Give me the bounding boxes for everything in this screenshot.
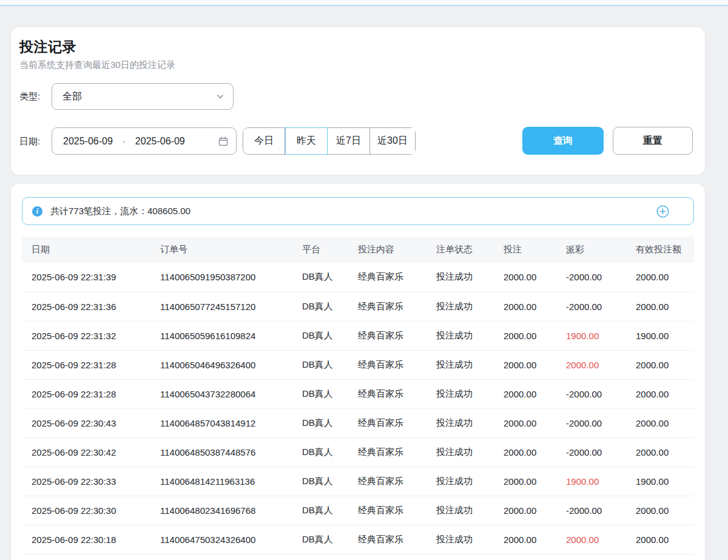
valid-cell: 2000.00 [636, 437, 694, 467]
status-cell: 投注成功 [436, 467, 504, 496]
valid-cell: 2000.00 [636, 263, 694, 292]
bet-cell: 2000.00 [504, 321, 566, 350]
content-cell: 经典百家乐 [358, 437, 436, 467]
payout-cell: -2000.00 [566, 263, 636, 292]
table-header-cell: 日期 [22, 237, 160, 263]
calendar-icon[interactable] [218, 137, 228, 146]
valid-cell: 2000.00 [636, 496, 694, 525]
date-separator: - [123, 136, 126, 146]
bet-cell: 2000.00 [504, 379, 566, 408]
valid-cell: 1900.00 [636, 321, 694, 350]
table-row: 2025-06-09 22:30:33 1140064814211963136 … [22, 467, 694, 496]
quick-range-button[interactable]: 近30日 [370, 127, 416, 155]
quick-range-button[interactable]: 近7日 [328, 127, 370, 155]
date-cell: 2025-06-09 22:30:33 [22, 467, 160, 496]
platform-cell: DB真人 [302, 350, 358, 379]
valid-cell: 2000.00 [636, 525, 694, 554]
results-panel: i 共计773笔投注，流水：408605.00 日期订单号平台投注内容注单状态投… [11, 184, 705, 560]
date-cell: 2025-06-09 22:30:42 [22, 437, 160, 467]
valid-cell: 2000.00 [636, 292, 694, 321]
platform-cell: DB真人 [302, 263, 358, 292]
order-cell: 1140065046496326400 [160, 350, 302, 379]
type-select-value: 全部 [62, 90, 216, 103]
date-cell: 2025-06-09 22:31:32 [22, 321, 160, 350]
bet-cell: 2000.00 [504, 292, 566, 321]
platform-cell: DB真人 [302, 437, 358, 467]
payout-cell: -2000.00 [566, 379, 636, 408]
summary-text: 共计773笔投注，流水：408605.00 [50, 206, 190, 217]
payout-cell: 2000.00 [566, 525, 636, 554]
quick-range-button[interactable]: 今日 [243, 127, 285, 155]
quick-range-button[interactable]: 昨天 [285, 127, 328, 155]
content-cell: 经典百家乐 [358, 263, 436, 292]
order-cell: 1140065043732280064 [160, 379, 302, 408]
date-end-value: 2025-06-09 [135, 136, 185, 147]
order-cell: 1140064850387448576 [160, 437, 302, 467]
platform-cell: DB真人 [302, 496, 358, 525]
table-header-cell: 有效投注额 [636, 237, 694, 263]
date-cell: 2025-06-09 22:31:36 [22, 292, 160, 321]
content-cell: 经典百家乐 [358, 321, 436, 350]
status-cell: 投注成功 [436, 496, 504, 525]
order-cell: 1140064814211963136 [160, 467, 302, 496]
table-header-cell: 派彩 [566, 237, 636, 263]
bet-cell: 2000.00 [504, 408, 566, 437]
date-range-input[interactable]: 2025-06-09 - 2025-06-09 [52, 127, 237, 155]
summary-banner: i 共计773笔投注，流水：408605.00 [22, 197, 694, 225]
table-row: 2025-06-09 22:31:28 1140065043732280064 … [22, 379, 694, 408]
table-row: 2025-06-09 22:30:43 1140064857043814912 … [22, 408, 694, 437]
page-title: 投注记录 [19, 38, 76, 56]
valid-cell: 2000.00 [636, 379, 694, 408]
table-header-row: 日期订单号平台投注内容注单状态投注派彩有效投注额 [22, 237, 694, 263]
table-row: 2025-06-09 22:31:32 1140065059616109824 … [22, 321, 694, 350]
table-row: 2025-06-09 22:30:30 1140064802341696768 … [22, 496, 694, 525]
bet-cell: 2000.00 [504, 496, 566, 525]
table-row: 2025-06-09 22:31:36 1140065077245157120 … [22, 292, 694, 321]
table-header-cell: 注单状态 [436, 237, 504, 263]
status-cell: 投注成功 [436, 292, 504, 321]
date-start-value: 2025-06-09 [63, 136, 113, 147]
bet-cell: 2000.00 [504, 263, 566, 292]
table-header-cell: 订单号 [160, 237, 302, 263]
table-row: 2025-06-09 22:30:18 1140064750324326400 … [22, 525, 694, 554]
payout-cell: -2000.00 [566, 437, 636, 467]
status-cell: 投注成功 [436, 525, 504, 554]
top-divider [0, 0, 728, 6]
platform-cell: DB真人 [302, 408, 358, 437]
query-button[interactable]: 查询 [522, 127, 604, 155]
bet-cell: 2000.00 [504, 437, 566, 467]
platform-cell: DB真人 [302, 379, 358, 408]
payout-cell: 1900.00 [566, 321, 636, 350]
platform-cell: DB真人 [302, 525, 358, 554]
bet-records-table: 日期订单号平台投注内容注单状态投注派彩有效投注额 2025-06-09 22:3… [22, 237, 694, 555]
order-cell: 1140064857043814912 [160, 408, 302, 437]
date-cell: 2025-06-09 22:31:28 [22, 350, 160, 379]
platform-cell: DB真人 [302, 321, 358, 350]
type-select[interactable]: 全部 [52, 83, 234, 110]
order-cell: 1140065077245157120 [160, 292, 302, 321]
table-row: 2025-06-09 22:30:42 1140064850387448576 … [22, 437, 694, 467]
content-cell: 经典百家乐 [358, 467, 436, 496]
order-cell: 1140065059616109824 [160, 321, 302, 350]
valid-cell: 2000.00 [636, 408, 694, 437]
date-cell: 2025-06-09 22:31:39 [22, 263, 160, 292]
payout-cell: 2000.00 [566, 350, 636, 379]
status-cell: 投注成功 [436, 379, 504, 408]
page-subtitle: 当前系统支持查询最近30日的投注记录 [19, 59, 175, 71]
reset-button[interactable]: 重置 [613, 127, 693, 155]
order-cell: 1140065091950387200 [160, 263, 302, 292]
status-cell: 投注成功 [436, 408, 504, 437]
order-cell: 1140064750324326400 [160, 525, 302, 554]
table-header-cell: 投注内容 [358, 237, 436, 263]
status-cell: 投注成功 [436, 263, 504, 292]
content-cell: 经典百家乐 [358, 525, 436, 554]
chevron-down-icon [216, 92, 224, 101]
status-cell: 投注成功 [436, 437, 504, 467]
platform-cell: DB真人 [302, 292, 358, 321]
content-cell: 经典百家乐 [358, 408, 436, 437]
content-cell: 经典百家乐 [358, 496, 436, 525]
expand-plus-icon[interactable] [656, 205, 669, 218]
status-cell: 投注成功 [436, 350, 504, 379]
content-cell: 经典百家乐 [358, 379, 436, 408]
date-cell: 2025-06-09 22:30:43 [22, 408, 160, 437]
